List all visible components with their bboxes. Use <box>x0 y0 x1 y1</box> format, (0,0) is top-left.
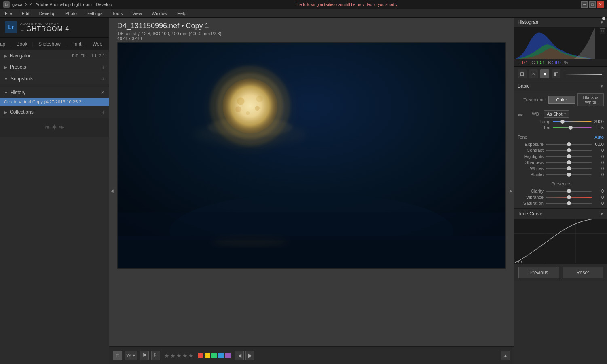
previous-button[interactable]: Previous <box>518 267 559 278</box>
next-image-button[interactable]: ▶ <box>245 351 254 360</box>
flag-reject-button[interactable]: ⚐ <box>151 351 160 360</box>
nav-fill[interactable]: FILL <box>80 54 89 58</box>
vibrance-slider[interactable] <box>546 197 592 198</box>
exposure-slider[interactable] <box>546 144 592 145</box>
bw-treatment-button[interactable]: Black & White <box>577 93 604 106</box>
presets-header[interactable]: ▶ Presets + <box>0 61 109 73</box>
menu-edit[interactable]: Edit <box>20 10 31 17</box>
star-3[interactable]: ★ <box>176 352 182 359</box>
histogram-section: Histogram ▼ □ <box>514 18 607 67</box>
menubar: File Edit Develop Photo Settings Tools V… <box>0 9 607 18</box>
main-layout: Lr ADOBE PHOTOSHOP LIGHTROOM 4 Library |… <box>0 18 607 364</box>
tint-slider[interactable] <box>553 127 592 128</box>
history-close[interactable]: ✕ <box>101 90 105 95</box>
star-4[interactable]: ★ <box>182 352 188 359</box>
menu-photo[interactable]: Photo <box>63 10 78 17</box>
g-label: G <box>531 60 535 65</box>
svg-point-10 <box>256 95 263 102</box>
tone-slider[interactable] <box>566 74 602 75</box>
nav-11[interactable]: 1:1 <box>91 54 97 58</box>
whites-slider[interactable] <box>546 168 592 169</box>
highlights-value: 0 <box>592 154 604 159</box>
tone-sub-label: Tone <box>518 135 527 139</box>
menu-window[interactable]: Window <box>150 10 169 17</box>
contrast-slider[interactable] <box>546 150 592 151</box>
wb-row: WB : As Shot ▾ <box>525 110 604 119</box>
close-button[interactable]: ✕ <box>597 1 604 8</box>
clarity-slider[interactable] <box>546 191 592 192</box>
minimize-button[interactable]: ─ <box>581 1 588 8</box>
basic-header[interactable]: Basic ▼ <box>514 81 607 91</box>
history-title: History <box>11 90 101 95</box>
histogram-header[interactable]: Histogram ▼ <box>514 18 607 27</box>
highlights-slider[interactable] <box>546 156 592 157</box>
left-panel-collapse[interactable]: ◀ <box>109 183 115 199</box>
expand-toolbar-button[interactable]: ▲ <box>501 351 510 360</box>
collections-section: ▶ Collections + ❧✦❧ <box>0 106 109 137</box>
color-red[interactable] <box>198 353 203 358</box>
nav-web[interactable]: Web <box>91 40 104 48</box>
blacks-slider[interactable] <box>546 174 592 175</box>
flag-none-button[interactable]: ⚑ <box>140 351 149 360</box>
eyedropper-icon[interactable]: ✏ <box>518 111 523 119</box>
snapshots-header[interactable]: ▼ Snapshots + <box>0 73 109 84</box>
history-item[interactable]: Create Virtual Copy (4/27/2013 10:25:2..… <box>0 98 109 106</box>
presets-title: Presets <box>10 64 102 70</box>
nav-fit[interactable]: FIT <box>72 54 78 58</box>
reset-button[interactable]: Reset <box>563 267 603 278</box>
r-value: 9.1 <box>522 60 528 65</box>
wb-dropdown[interactable]: As Shot ▾ <box>544 110 569 118</box>
b-readout: B 29.9 <box>548 60 561 65</box>
presets-add[interactable]: + <box>102 64 105 70</box>
nav-print[interactable]: Print <box>70 40 83 48</box>
navigator-header[interactable]: ▶ Navigator FIT FILL 1:1 2:1 <box>0 50 109 61</box>
color-treatment-button[interactable]: Color <box>548 96 575 104</box>
b-label: B <box>548 60 551 65</box>
menu-develop[interactable]: Develop <box>38 10 57 17</box>
star-5[interactable]: ★ <box>188 352 194 359</box>
nav-book[interactable]: Book <box>15 40 29 48</box>
collections-add[interactable]: + <box>102 109 105 115</box>
nav-map[interactable]: Map <box>0 40 7 48</box>
half-square-icon[interactable]: ◧ <box>552 69 560 78</box>
star-1[interactable]: ★ <box>164 352 169 359</box>
snapshots-content <box>0 84 109 87</box>
tone-curve-header[interactable]: Tone Curve ▼ <box>514 209 607 219</box>
shadows-slider[interactable] <box>546 162 592 163</box>
clarity-value: 0 <box>592 189 604 194</box>
menu-help[interactable]: Help <box>176 10 188 17</box>
grid-tool-icon[interactable]: ⊞ <box>518 69 527 78</box>
nav-slideshow[interactable]: Slideshow <box>37 40 62 48</box>
saturation-row: Saturation 0 <box>518 201 604 206</box>
sort-button[interactable]: YY ▼ <box>125 351 137 360</box>
view-mode-button[interactable]: □ <box>113 351 122 360</box>
star-2[interactable]: ★ <box>170 352 176 359</box>
temp-slider[interactable] <box>553 121 592 122</box>
menu-tools[interactable]: Tools <box>111 10 125 17</box>
menu-settings[interactable]: Settings <box>85 10 104 17</box>
color-purple[interactable] <box>225 353 231 358</box>
square-tool-icon[interactable]: ■ <box>540 69 549 78</box>
prev-image-button[interactable]: ◀ <box>235 351 244 360</box>
nav-21[interactable]: 2:1 <box>99 54 105 58</box>
saturation-slider[interactable] <box>546 203 592 204</box>
tool-separator <box>563 70 563 78</box>
histogram-clipping-button[interactable]: □ <box>600 28 605 34</box>
contrast-value: 0 <box>592 148 604 153</box>
circle-tool-icon[interactable]: ○ <box>529 69 538 78</box>
menu-file[interactable]: File <box>3 10 14 17</box>
collections-header[interactable]: ▶ Collections + <box>0 106 109 118</box>
color-green[interactable] <box>211 353 217 358</box>
history-header[interactable]: ▼ History ✕ <box>0 87 109 98</box>
color-yellow[interactable] <box>205 353 210 358</box>
lr-title: ADOBE PHOTOSHOP LIGHTROOM 4 <box>20 22 69 33</box>
tint-slider-row: Tint – 5 <box>525 125 604 130</box>
r-label: R <box>518 60 521 65</box>
color-blue[interactable] <box>218 353 224 358</box>
menu-view[interactable]: View <box>131 10 144 17</box>
snapshots-add[interactable]: + <box>102 76 105 82</box>
right-panel-collapse[interactable]: ▶ <box>508 183 514 199</box>
maximize-button[interactable]: □ <box>589 1 596 8</box>
tone-curve-section: Tone Curve ▼ <box>514 209 607 263</box>
auto-button[interactable]: Auto <box>594 135 604 139</box>
